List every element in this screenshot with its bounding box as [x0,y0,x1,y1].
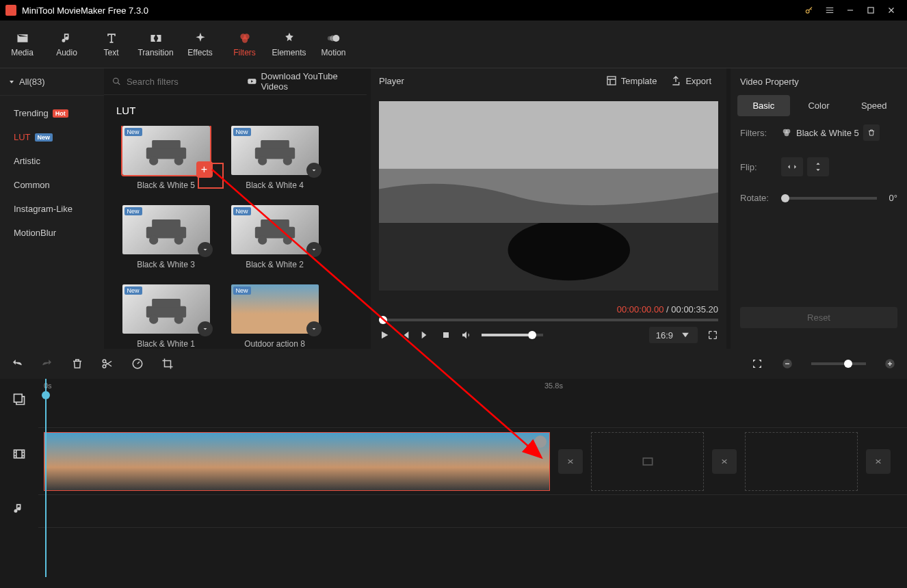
props-tab-color[interactable]: Color [793,95,845,116]
svg-point-12 [149,156,158,165]
timeline-ruler[interactable]: 0s 35.8s [38,379,907,395]
svg-point-24 [258,235,267,244]
svg-point-21 [174,235,183,244]
filter-thumb[interactable]: New Black & White 4 [225,126,324,196]
svg-point-38 [785,132,789,137]
split-button[interactable] [101,358,114,370]
cat-trending[interactable]: TrendingHot [0,101,104,125]
transition-slot[interactable] [558,449,583,474]
reset-button[interactable]: Reset [740,307,897,328]
key-icon[interactable] [799,0,819,21]
maximize-button[interactable] [860,0,881,21]
cat-motionblur[interactable]: MotionBlur [0,221,104,245]
close-button[interactable] [881,0,902,21]
search-input[interactable] [127,77,241,87]
speed-button[interactable] [131,358,144,370]
zoom-in-button[interactable] [884,358,896,370]
prev-frame-button[interactable] [399,330,410,340]
flip-vertical-button[interactable] [807,157,829,176]
minimize-button[interactable] [840,0,860,21]
tab-text[interactable]: Text [89,21,133,68]
download-icon[interactable] [198,321,213,336]
svg-point-28 [149,315,158,323]
progress-bar[interactable] [379,319,718,321]
download-icon[interactable] [306,163,321,178]
aspect-ratio-select[interactable]: 16:9 [649,327,698,343]
timeline: 0s 35.8s [0,349,907,588]
category-all[interactable]: All(83) [0,68,104,96]
clip-placeholder[interactable] [591,432,704,491]
transition-slot[interactable] [712,449,737,474]
tab-filters[interactable]: Filters [222,21,267,68]
filter-thumb[interactable]: New Outdoor action 8 [225,284,324,349]
cat-artistic[interactable]: Artistic [0,149,104,173]
clip-filter-badge [534,436,547,448]
video-track-icon [0,420,38,488]
svg-rect-11 [152,140,181,149]
cat-instagram[interactable]: Instagram-Like [0,197,104,221]
tab-media[interactable]: Media [0,21,44,68]
playhead[interactable] [45,379,47,577]
time-total: 00:00:35.20 [671,304,718,315]
delete-button[interactable] [71,358,83,370]
add-track-button[interactable] [0,379,38,420]
crop-button[interactable] [161,358,174,370]
next-frame-button[interactable] [420,330,431,340]
svg-rect-30 [607,77,616,85]
download-icon[interactable] [306,242,321,257]
redo-button[interactable] [41,358,53,370]
svg-point-25 [282,235,291,244]
clip-placeholder[interactable] [745,432,858,491]
app-logo [5,5,16,16]
tab-audio[interactable]: Audio [44,21,89,68]
svg-rect-44 [14,395,23,403]
svg-rect-31 [379,101,718,169]
props-tab-speed[interactable]: Speed [847,95,900,116]
cat-common[interactable]: Common [0,173,104,197]
tab-motion[interactable]: Motion [311,21,356,68]
props-title: Video Property [731,68,907,95]
tab-elements[interactable]: Elements [267,21,311,68]
filter-thumb[interactable]: New+ Black & White 5 [116,126,215,196]
props-tab-basic[interactable]: Basic [737,95,790,116]
video-preview[interactable] [379,101,718,291]
rotate-slider[interactable] [781,197,877,200]
export-button[interactable]: Export [663,71,718,90]
player-title: Player [379,76,404,86]
undo-button[interactable] [11,358,23,370]
filter-panel: Download YouTube Videos LUT New+ Black &… [104,68,367,349]
filter-browser: All(83) TrendingHot LUTNew Artistic Comm… [0,68,367,349]
svg-point-13 [174,156,183,165]
svg-point-7 [327,36,332,40]
video-clip[interactable] [44,432,550,491]
delete-filter-button[interactable] [863,124,880,141]
tab-transition[interactable]: Transition [133,21,178,68]
download-youtube-link[interactable]: Download YouTube Videos [247,71,358,92]
cat-lut[interactable]: LUTNew [0,125,104,149]
svg-rect-45 [14,450,25,458]
filter-thumb[interactable]: New Black & White 3 [116,205,215,275]
filter-thumb[interactable]: New Black & White 1 [116,284,215,349]
zoom-out-button[interactable] [781,358,793,370]
menu-icon[interactable] [819,0,840,21]
fit-button[interactable] [751,358,763,370]
section-title: LUT [104,95,367,126]
svg-rect-46 [643,458,652,465]
fullscreen-button[interactable] [707,330,718,340]
play-button[interactable] [379,330,390,340]
filter-thumb[interactable]: New Black & White 2 [225,205,324,275]
zoom-slider[interactable] [811,362,866,365]
transition-slot[interactable] [866,449,891,474]
stop-button[interactable] [441,330,451,340]
volume-icon[interactable] [461,330,472,340]
time-current: 00:00:00.00 [617,304,664,315]
flip-horizontal-button[interactable] [781,157,803,176]
template-button[interactable]: Template [599,71,664,90]
download-icon[interactable] [198,242,213,257]
applied-filter-name: Black & White 5 [796,128,859,138]
volume-slider[interactable] [482,334,543,336]
download-icon[interactable] [306,321,321,336]
audio-track-icon [0,488,38,529]
tab-effects[interactable]: Effects [178,21,222,68]
svg-rect-1 [868,8,873,13]
